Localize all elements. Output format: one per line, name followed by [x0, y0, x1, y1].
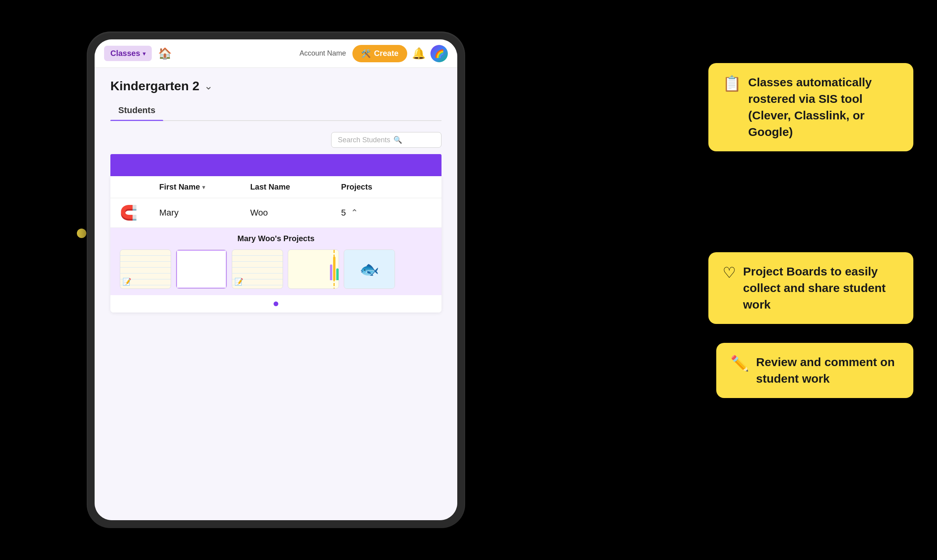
table-col-lastname: Last Name — [250, 182, 341, 192]
sort-arrow-icon: ▾ — [202, 184, 205, 190]
table-col-projects: Projects — [341, 182, 432, 192]
classes-dropdown-button[interactable]: Classes ▾ — [104, 46, 152, 61]
chevron-down-icon: ▾ — [143, 50, 145, 57]
account-name-label: Account Name — [300, 49, 346, 58]
expand-projects-button[interactable]: ⌃ — [351, 208, 358, 218]
tabs-row: Students — [110, 101, 441, 121]
tablet-frame: Classes ▾ 🏠 Account Name 🛠️ Create 🔔 🌈 — [87, 32, 465, 528]
tab-students[interactable]: Students — [110, 101, 163, 120]
student-project-count: 5 ⌃ — [341, 208, 432, 218]
sis-tooltip-text: Classes automatically rostered via SIS t… — [748, 74, 899, 140]
project-thumbnail-4[interactable] — [288, 249, 339, 289]
main-content: Kindergarten 2 ⌄ Students Search Student… — [95, 68, 457, 520]
yellow-dot-decoration — [77, 229, 86, 238]
class-chevron-icon[interactable]: ⌄ — [204, 80, 213, 92]
home-icon: 🏠 — [158, 47, 172, 60]
table-col-firstname[interactable]: First Name ▾ — [159, 182, 250, 192]
bottom-bar — [110, 295, 441, 313]
pagination-dot — [274, 301, 278, 306]
projects-grid: 📝 📝 — [120, 249, 432, 289]
top-nav: Classes ▾ 🏠 Account Name 🛠️ Create 🔔 🌈 — [95, 39, 457, 68]
avatar[interactable]: 🌈 — [430, 45, 448, 62]
class-title-row: Kindergarten 2 ⌄ — [110, 79, 441, 93]
sis-tooltip-icon: 📋 — [723, 75, 741, 92]
notifications-button[interactable]: 🔔 — [412, 47, 426, 60]
purple-header-bar — [110, 154, 441, 176]
avatar-icon: 🌈 — [434, 49, 444, 58]
projects-panel: Mary Woo's Projects 📝 — [110, 228, 441, 295]
review-tooltip-icon: ✏️ — [730, 355, 749, 372]
project-thumbnail-1[interactable]: 📝 — [120, 249, 171, 289]
home-button[interactable]: 🏠 — [158, 47, 172, 60]
search-icon: 🔍 — [393, 136, 402, 144]
projects-tooltip-text: Project Boards to easily collect and sha… — [743, 263, 899, 313]
student-avatar: 🧲 — [120, 205, 159, 221]
scene: Classes ▾ 🏠 Account Name 🛠️ Create 🔔 🌈 — [0, 0, 937, 560]
classes-label: Classes — [110, 49, 140, 58]
project-thumbnail-3[interactable]: 📝 — [232, 249, 283, 289]
class-title: Kindergarten 2 — [110, 79, 199, 93]
create-button[interactable]: 🛠️ Create — [352, 45, 407, 62]
bell-icon: 🔔 — [412, 47, 426, 60]
search-placeholder-text: Search Students — [338, 136, 390, 144]
table-header-row: First Name ▾ Last Name Projects — [110, 176, 441, 198]
tablet-screen: Classes ▾ 🏠 Account Name 🛠️ Create 🔔 🌈 — [95, 39, 457, 520]
review-tooltip-text: Review and comment on student work — [756, 354, 899, 387]
create-label: Create — [374, 49, 399, 58]
project-thumbnail-5[interactable]: 🐟 — [344, 249, 395, 289]
student-first-name: Mary — [159, 208, 250, 218]
search-row: Search Students 🔍 — [110, 132, 441, 148]
table-col-avatar-spacer — [120, 182, 159, 192]
projects-panel-title: Mary Woo's Projects — [120, 234, 432, 243]
tooltip-review-card: ✏️ Review and comment on student work — [716, 343, 913, 398]
project-thumbnail-2[interactable] — [176, 249, 227, 289]
table-row: 🧲 Mary Woo 5 ⌃ — [110, 198, 441, 228]
search-box: Search Students 🔍 — [331, 132, 441, 148]
tooltip-projects-card: ♡ Project Boards to easily collect and s… — [708, 252, 913, 324]
students-table: First Name ▾ Last Name Projects — [110, 176, 441, 313]
tools-icon: 🛠️ — [361, 49, 371, 58]
tooltip-sis-card: 📋 Classes automatically rostered via SIS… — [708, 63, 913, 151]
student-last-name: Woo — [250, 208, 341, 218]
projects-tooltip-icon: ♡ — [723, 264, 736, 281]
